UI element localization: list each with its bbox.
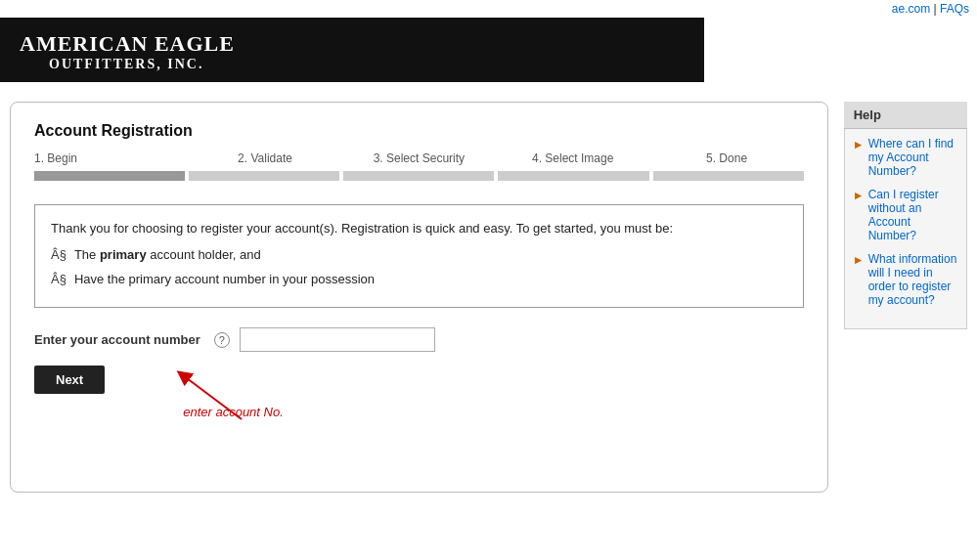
help-header: Help [844,102,967,129]
brand-line1: AMERICAN EAGLE [20,31,685,57]
steps-row: 1. Begin 2. Validate 3. Select Security … [34,151,804,165]
arrow-annotation: enter account No. [163,366,261,427]
progress-bars [34,171,804,181]
progress-bar-3 [343,171,494,181]
step-2: 2. Validate [188,151,341,165]
help-arrow-1: ► [853,138,865,151]
help-body: ► Where can I find my Account Number? ► … [844,129,967,329]
page-title: Account Registration [34,122,804,140]
help-arrow-2: ► [853,189,865,202]
annotation-text: enter account No. [183,405,284,419]
faqs-link[interactable]: FAQs [940,2,969,16]
bullet-item-2: Â§ Have the primary account number in yo… [51,270,787,290]
help-item-3[interactable]: ► What information will I need in order … [853,252,958,307]
next-area: Next enter account No. [34,366,804,427]
help-link-text-1: Where can I find my Account Number? [868,137,958,178]
account-number-input[interactable] [240,327,435,352]
account-number-row: Enter your account number ? [34,327,804,352]
step-3: 3. Select Security [342,151,496,165]
bullet-item-1: Â§ The primary account holder, and [51,245,787,266]
info-box: Thank you for choosing to register your … [34,204,804,308]
progress-bar-5 [653,171,804,181]
help-arrow-3: ► [853,253,865,267]
info-intro: Thank you for choosing to register your … [51,219,787,239]
progress-bar-1 [34,171,185,181]
help-item-2[interactable]: ► Can I register without an Account Numb… [853,188,958,242]
step-4: 4. Select Image [496,151,649,165]
account-number-label: Enter your account number [34,332,200,347]
main-content: Account Registration 1. Begin 2. Validat… [10,102,828,493]
bullet-text-1: The primary account holder, and [74,245,261,266]
top-bar: ae.com | FAQs [0,0,977,18]
bullet-symbol-1: Â§ [51,245,67,266]
bullet-text-2: Have the primary account number in your … [74,270,375,290]
step-1: 1. Begin [34,151,188,165]
help-link-text-2: Can I register without an Account Number… [868,188,958,242]
help-sidebar: Help ► Where can I find my Account Numbe… [844,102,967,493]
ae-link[interactable]: ae.com [892,2,930,16]
page-layout: Account Registration 1. Begin 2. Validat… [0,102,977,493]
next-button[interactable]: Next [34,366,105,394]
help-item-1[interactable]: ► Where can I find my Account Number? [853,137,958,178]
brand-line2: OUTFITTERS, INC. [20,57,685,72]
site-header: AMERICAN EAGLE OUTFITTERS, INC. [0,18,704,82]
help-icon[interactable]: ? [214,332,230,348]
progress-bar-2 [189,171,339,181]
step-5: 5. Done [649,151,803,165]
bullet-symbol-2: Â§ [51,270,67,290]
progress-bar-4 [498,171,648,181]
help-link-text-3: What information will I need in order to… [868,252,958,307]
